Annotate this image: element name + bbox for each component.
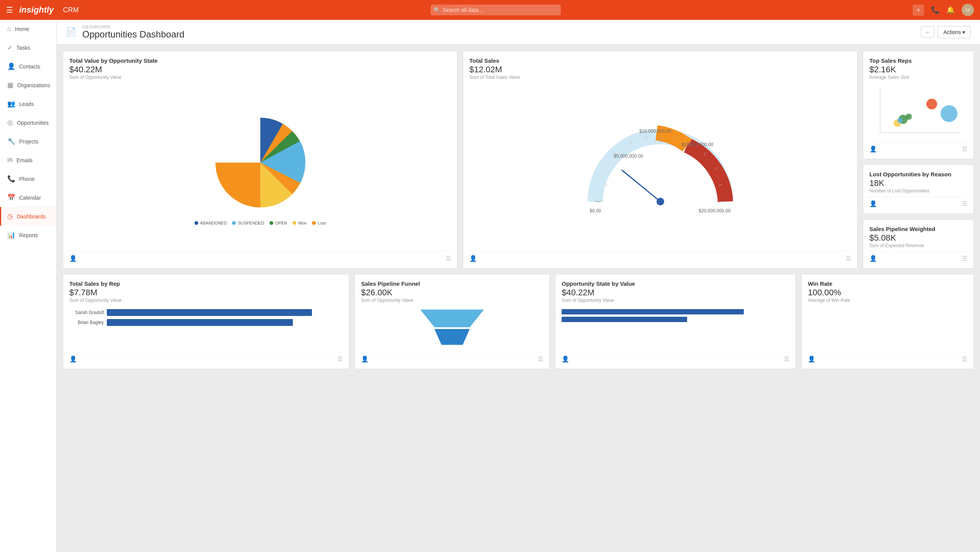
funnel-svg [414,306,490,352]
legend-suspended-label: SUSPENDED [238,221,264,225]
state-bar-1 [562,309,789,314]
sidebar-item-dashboards[interactable]: ◷ Dashboards [0,207,56,226]
card-win-rate: Win Rate 100.00% Average of Win Rate 👤 ☰ [801,274,974,369]
person-icon[interactable]: 👤 [69,255,77,262]
opportunities-icon: ◎ [7,119,13,127]
opp-state-value-sub: Sum of Opportunity Value [562,298,789,303]
sidebar-item-home[interactable]: ⌂ Home [0,20,56,38]
card-sales-pipeline-weighted: Sales Pipeline Weighted $5.08K Sum of Ex… [863,219,974,269]
svg-point-23 [926,99,937,109]
app-logo: insightly [19,5,54,15]
sidebar-item-contacts[interactable]: 👤 Contacts [0,57,56,76]
sidebar-label-reports: Reports [19,232,38,238]
list-icon-5[interactable]: ☰ [962,255,967,262]
search-input[interactable] [431,5,561,15]
main-content: 📄 DASHBOARD Opportunities Dashboard ← Ac… [57,20,980,552]
person-icon-4[interactable]: 👤 [869,200,877,207]
hamburger-menu[interactable]: ☰ [6,5,13,15]
sidebar-item-phone[interactable]: 📞 Phone [0,169,56,188]
svg-marker-28 [420,309,484,327]
opp-state-value-title: Opportunity State by Value [562,280,789,287]
sidebar-label-home: Home [15,26,29,32]
dashboards-icon: ◷ [7,212,13,220]
sidebar-label-tasks: Tasks [16,45,30,51]
svg-line-18 [622,170,660,202]
sidebar-label-phone: Phone [19,176,34,182]
sidebar-item-tasks[interactable]: ✓ Tasks [0,38,56,57]
page-title: Opportunities Dashboard [82,29,915,40]
win-rate-value: 100.00% [808,288,967,298]
svg-text:$20,000,000.00: $20,000,000.00 [699,208,731,213]
notification-icon[interactable]: 🔔 [946,6,955,14]
sidebar-item-emails[interactable]: ✉ Emails [0,151,56,169]
leads-icon: 👥 [7,100,15,108]
projects-icon: 🔧 [7,137,15,145]
legend-won: Won [292,221,307,225]
bar-chart-wrap: Sarah Gradolf Brian Bagley [69,309,343,329]
gauge-svg: $0.00 $5,000,000.00 $10,000,000.00 $15,0… [580,114,741,221]
list-icon-9[interactable]: ☰ [962,355,967,363]
right-column: Top Sales Reps $2.16K Average Sales Size [863,51,974,269]
phone-icon[interactable]: 📞 [931,6,939,14]
opp-state-value-footer: 👤 ☰ [562,352,789,363]
svg-text:$15,000,000.00: $15,000,000.00 [681,142,714,147]
tasks-icon: ✓ [7,44,13,52]
sidebar: ⌂ Home ✓ Tasks 👤 Contacts ▦ Organization… [0,20,57,552]
svg-point-22 [941,105,957,122]
svg-text:$5,000,000.00: $5,000,000.00 [614,153,643,159]
organizations-icon: ▦ [7,81,13,89]
sidebar-label-contacts: Contacts [19,64,40,70]
sidebar-item-calendar[interactable]: 📅 Calendar [0,188,56,207]
win-rate-title: Win Rate [808,280,967,287]
svg-marker-29 [434,329,470,345]
list-icon-7[interactable]: ☰ [538,355,543,363]
user-avatar[interactable]: U [962,4,974,16]
person-icon-5[interactable]: 👤 [869,255,877,262]
lost-opps-sub: Number of Lost Opportunities [869,188,967,194]
bar-fill-brian [107,319,293,326]
legend-lost: Lost [312,221,326,225]
back-button[interactable]: ← [921,26,934,38]
legend-won-label: Won [298,221,307,225]
sidebar-item-leads[interactable]: 👥 Leads [0,94,56,113]
actions-button[interactable]: Actions ▾ [938,26,971,38]
sales-pipeline-weighted-sub: Sum of Expected Revenue [869,243,967,248]
total-sales-value: $12.02M [469,65,851,75]
pie-chart-wrap: ABANDONED SUSPENDED OPEN [69,83,451,251]
svg-point-19 [657,198,664,205]
sidebar-label-calendar: Calendar [19,195,41,201]
card-total-value: Total Value by Opportunity State $40.22M… [63,51,457,269]
bubble-chart-svg [869,83,967,140]
legend-open-label: OPEN [275,221,287,225]
list-icon-6[interactable]: ☰ [337,355,343,363]
person-icon-8[interactable]: 👤 [562,355,569,363]
sidebar-item-reports[interactable]: 📊 Reports [0,226,56,244]
add-icon[interactable]: ＋ [913,5,924,16]
bar-label-sarah: Sarah Gradolf [69,310,104,315]
svg-point-27 [897,118,903,123]
list-icon-2[interactable]: ☰ [846,255,851,262]
list-icon-4[interactable]: ☰ [962,200,967,207]
dashboard-row-2: Total Sales by Rep $7.78M Sum of Opportu… [63,274,974,369]
person-icon-6[interactable]: 👤 [69,355,77,363]
bar-row-sarah: Sarah Gradolf [69,309,343,316]
list-icon-3[interactable]: ☰ [962,145,967,153]
phone-nav-icon: 📞 [7,175,15,183]
sidebar-item-organizations[interactable]: ▦ Organizations [0,76,56,94]
sidebar-item-opportunities[interactable]: ◎ Opportunities [0,113,56,132]
sales-pipeline-weighted-footer: 👤 ☰ [869,251,967,262]
person-icon-7[interactable]: 👤 [361,355,369,363]
sidebar-label-opportunities: Opportunities [17,120,49,126]
dashboard-row-1: Total Value by Opportunity State $40.22M… [63,51,974,269]
person-icon-3[interactable]: 👤 [869,145,877,153]
search-wrap: 🔍 [431,5,561,15]
sidebar-item-projects[interactable]: 🔧 Projects [0,132,56,151]
person-icon-9[interactable]: 👤 [808,355,815,363]
lost-opps-title: Lost Opportunities by Reason [869,171,967,177]
total-sales-title: Total Sales [469,57,851,64]
list-icon[interactable]: ☰ [446,255,451,262]
win-rate-footer: 👤 ☰ [808,352,967,363]
list-icon-8[interactable]: ☰ [784,355,789,363]
reports-icon: 📊 [7,231,15,239]
person-icon-2[interactable]: 👤 [469,255,477,262]
